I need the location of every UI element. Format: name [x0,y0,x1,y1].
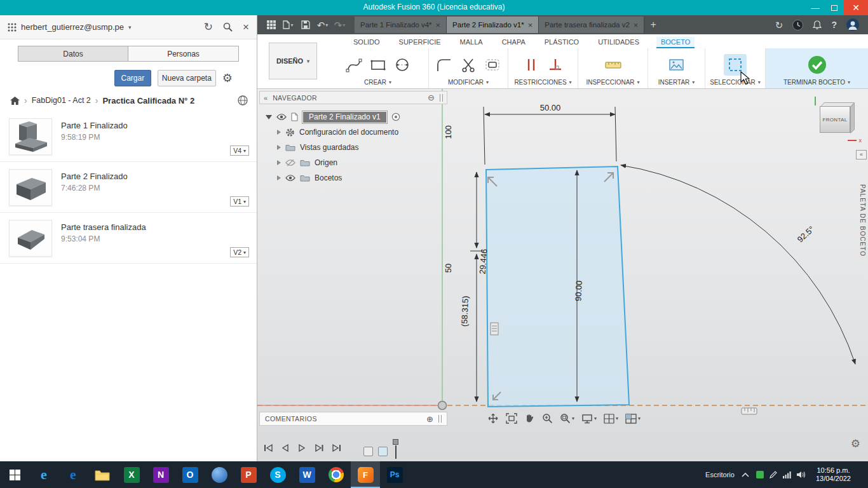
sketch-feature-icon[interactable] [363,447,373,456]
add-comment-icon[interactable]: ⊕ [426,414,433,424]
timeline-position-marker[interactable] [393,439,398,445]
taskbar-clock[interactable]: 10:56 p.m. 13/04/2022 [812,466,855,483]
workspace-selector[interactable]: DISEÑO▾ [269,43,317,79]
help-icon[interactable]: ? [831,20,837,30]
spline-tool-icon[interactable] [346,57,362,73]
menu-chapa[interactable]: CHAPA [500,37,527,48]
save-icon[interactable] [297,17,314,32]
document-tab[interactable]: Parte trasera finalizada v2× [539,17,644,33]
comments-panel[interactable]: COMENTARIOS ⊕ [259,412,447,426]
hide-navigator-icon[interactable]: ⊖ [428,93,435,102]
group-label[interactable]: CREAR [364,79,386,86]
dimension-box-icon[interactable] [491,323,498,335]
photoshop-icon[interactable]: Ps [380,461,409,488]
tree-row-config[interactable]: Configuración del documento [259,125,447,140]
blue-app-icon[interactable] [205,461,234,488]
perpendicular-constraint-icon[interactable] [547,57,564,73]
start-button[interactable] [0,461,29,488]
menu-superficie[interactable]: SUPERFICIE [397,37,443,48]
orbit-hand-icon[interactable] [522,412,538,425]
navigator-grip[interactable] [440,94,443,102]
version-badge[interactable]: V1▾ [230,196,249,207]
document-tab-active[interactable]: Parte 2 Finalizado v1*× [447,17,539,33]
fillet-tool-icon[interactable] [436,57,452,73]
document-tab[interactable]: Parte 1 Finalizado v4*× [355,17,447,33]
job-status-icon[interactable]: ↻ [775,20,783,30]
origin-point[interactable] [438,402,447,410]
ruler-glyph-icon[interactable] [742,408,757,414]
trim-scissors-icon[interactable] [460,57,477,73]
dimension-ref2[interactable]: 50 [444,264,453,273]
dimension-segment1[interactable]: 29.446 [478,248,489,274]
viewcube-front-face[interactable]: FRONTAL [820,106,850,133]
zoom-icon[interactable] [539,412,555,425]
measure-ruler-icon[interactable] [604,57,622,73]
tree-row-bocetos[interactable]: Bocetos [259,170,447,186]
navigator-header[interactable]: « NAVEGADOR ⊖ [259,91,447,104]
panel-settings-gear-icon[interactable]: ⚙ [222,72,233,84]
edge-icon[interactable]: e [58,461,88,488]
data-panel-toggle-icon[interactable] [262,17,280,32]
tray-chevron-icon[interactable] [742,472,749,477]
timeline-step-back-button[interactable] [280,443,290,453]
horizontal-vertical-constraint-icon[interactable] [523,57,539,73]
canvas-settings-gear-icon[interactable]: ⚙ [851,438,860,449]
tree-row-origen[interactable]: Origen [259,155,447,170]
group-label[interactable]: INSPECCIONAR [586,79,634,86]
tree-label[interactable]: Configuración del documento [299,128,398,137]
group-label[interactable]: RESTRICCIONES [514,79,566,86]
expand-arrow-icon[interactable] [277,175,281,180]
expand-arrow-icon[interactable] [277,160,281,165]
tree-label[interactable]: Bocetos [315,173,342,182]
viewports-icon[interactable]: ▾ [623,412,643,425]
palette-collapse-button[interactable]: « [856,150,867,159]
timeline-step-forward-button[interactable] [314,443,325,453]
tree-root-label[interactable]: Parte 2 Finalizado v1 [302,111,387,123]
timeline-go-start-button[interactable] [262,443,273,453]
tab-personas[interactable]: Personas [128,46,239,62]
viewcube-right-face[interactable] [850,103,855,133]
app-grid-icon[interactable] [8,23,17,32]
upload-button[interactable]: Cargar [114,70,151,86]
timeline-go-end-button[interactable] [331,443,342,453]
display-settings-icon[interactable]: ▾ [579,412,599,425]
visibility-eye-icon[interactable] [285,175,295,181]
dimension-angle[interactable]: 92.5° [796,224,817,245]
tree-label[interactable]: Origen [315,158,337,167]
menu-malla[interactable]: MALLA [458,37,485,48]
group-label[interactable]: INSERTAR [658,79,690,86]
undo-icon[interactable]: ↶▾ [314,17,331,32]
modeling-canvas[interactable]: 50.00 29.446 (58.315) 100 50 90.00 92.5° [257,89,868,461]
new-document-tab-icon[interactable]: + [650,19,656,30]
notifications-bell-icon[interactable] [813,20,822,30]
file-menu-icon[interactable]: ▾ [280,17,297,32]
tab-datos[interactable]: Datos [18,46,128,62]
clock-icon[interactable] [792,20,803,30]
close-panel-icon[interactable]: × [243,22,249,32]
finish-sketch-button[interactable]: TERMINAR BOCETO [783,79,845,86]
offset-tool-icon[interactable] [484,57,501,73]
breadcrumb-folder[interactable]: Practica Calificada N° 2 [102,96,194,105]
volume-icon[interactable] [797,471,805,478]
menu-boceto-active[interactable]: BOCETO [656,37,695,48]
fit-view-icon[interactable] [503,412,520,425]
close-tab-icon[interactable]: × [634,20,639,30]
menu-utilidades[interactable]: UTILIDADES [596,37,641,48]
activate-component-icon[interactable] [391,112,400,121]
viewcube[interactable]: FRONTAL x [813,99,858,139]
search-icon[interactable] [223,22,233,32]
version-badge[interactable]: V4▾ [230,146,249,156]
circle-tool-icon[interactable] [394,57,410,73]
tray-app-icon[interactable] [756,471,764,478]
word-icon[interactable]: W [292,461,322,488]
version-badge[interactable]: V2▾ [230,247,249,257]
close-tab-icon[interactable]: × [528,20,533,30]
active-sketch-feature-icon[interactable] [378,447,388,456]
file-item[interactable]: Parte 2 Finalizado 7:46:28 PM V1▾ [0,162,257,213]
timeline-play-button[interactable] [297,443,308,453]
maximize-button[interactable] [825,0,844,15]
excel-icon[interactable]: X [117,461,146,488]
globe-icon[interactable] [238,95,248,105]
user-avatar[interactable] [846,18,859,31]
tree-label[interactable]: Vistas guardadas [300,143,359,152]
